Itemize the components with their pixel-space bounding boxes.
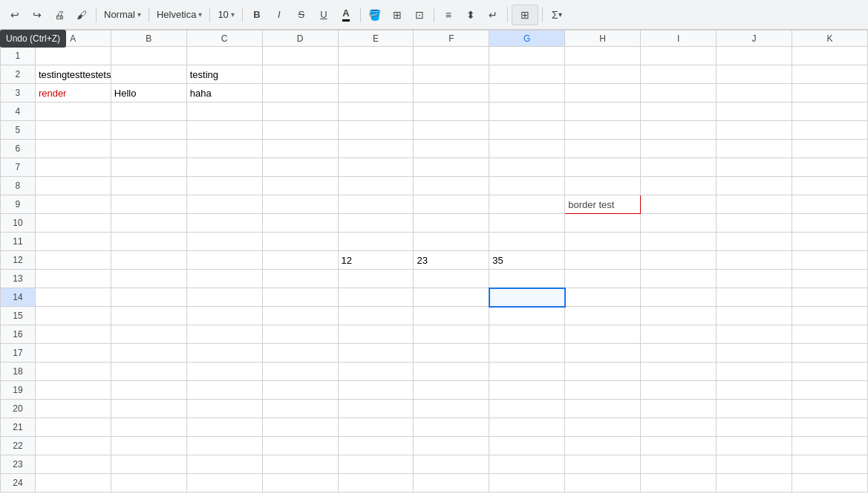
font-size-dropdown[interactable]: 10 ▾ bbox=[214, 7, 238, 22]
cell-A15[interactable] bbox=[35, 307, 111, 325]
cell-C4[interactable] bbox=[186, 103, 262, 121]
cell-A18[interactable] bbox=[35, 363, 111, 381]
cell-G8[interactable] bbox=[489, 177, 565, 195]
cell-J11[interactable] bbox=[717, 233, 792, 251]
cell-F4[interactable] bbox=[414, 103, 489, 121]
cell-I9[interactable] bbox=[641, 195, 717, 214]
cell-E9[interactable] bbox=[338, 195, 414, 214]
cell-H4[interactable] bbox=[565, 103, 641, 121]
cell-F14[interactable] bbox=[414, 288, 489, 307]
cell-H14[interactable] bbox=[565, 288, 641, 307]
cell-K2[interactable] bbox=[792, 65, 867, 84]
cell-F21[interactable] bbox=[414, 418, 489, 437]
col-header-D[interactable]: D bbox=[262, 30, 338, 47]
cell-K1[interactable] bbox=[792, 47, 867, 65]
cell-G13[interactable] bbox=[489, 270, 565, 288]
cell-F8[interactable] bbox=[414, 177, 489, 195]
cell-A10[interactable] bbox=[35, 214, 111, 233]
cell-H10[interactable] bbox=[565, 214, 641, 233]
cell-J18[interactable] bbox=[717, 363, 792, 381]
col-header-G[interactable]: G bbox=[489, 30, 565, 47]
cell-I16[interactable] bbox=[641, 325, 717, 344]
cell-K9[interactable] bbox=[792, 195, 867, 214]
cell-D5[interactable] bbox=[262, 121, 338, 140]
cell-F6[interactable] bbox=[414, 140, 489, 158]
cell-C10[interactable] bbox=[186, 214, 262, 233]
cell-K4[interactable] bbox=[792, 103, 867, 121]
print-button[interactable]: 🖨 bbox=[49, 4, 70, 25]
cell-B9[interactable] bbox=[111, 195, 186, 214]
cell-C13[interactable] bbox=[186, 270, 262, 288]
cell-B14[interactable] bbox=[111, 288, 186, 307]
cell-C1[interactable] bbox=[186, 47, 262, 65]
cell-C2[interactable]: testing bbox=[186, 65, 262, 84]
cell-I8[interactable] bbox=[641, 177, 717, 195]
cell-D23[interactable] bbox=[262, 455, 338, 474]
col-header-I[interactable]: I bbox=[641, 30, 717, 47]
cell-E4[interactable] bbox=[338, 103, 414, 121]
cell-J22[interactable] bbox=[717, 437, 792, 455]
col-header-C[interactable]: C bbox=[186, 30, 262, 47]
row-header-1[interactable]: 1 bbox=[1, 47, 36, 65]
cell-J9[interactable] bbox=[717, 195, 792, 214]
cell-H1[interactable] bbox=[565, 47, 641, 65]
cell-F24[interactable] bbox=[414, 474, 489, 493]
cell-D9[interactable] bbox=[262, 195, 338, 214]
cell-H24[interactable] bbox=[565, 474, 641, 493]
cell-F10[interactable] bbox=[414, 214, 489, 233]
bold-button[interactable]: B bbox=[247, 4, 267, 25]
cell-D12[interactable] bbox=[262, 251, 338, 270]
cell-D16[interactable] bbox=[262, 325, 338, 344]
cell-C23[interactable] bbox=[186, 455, 262, 474]
cell-G12[interactable]: 35 bbox=[489, 251, 565, 270]
cell-K7[interactable] bbox=[792, 158, 867, 177]
cell-F18[interactable] bbox=[414, 363, 489, 381]
row-header-21[interactable]: 21 bbox=[1, 418, 36, 437]
cell-G4[interactable] bbox=[489, 103, 565, 121]
cell-J14[interactable] bbox=[717, 288, 792, 307]
row-header-7[interactable]: 7 bbox=[1, 158, 36, 177]
cell-K3[interactable] bbox=[792, 84, 867, 103]
cell-H7[interactable] bbox=[565, 158, 641, 177]
cell-I6[interactable] bbox=[641, 140, 717, 158]
cell-E2[interactable] bbox=[338, 65, 414, 84]
paint-format-button[interactable]: 🖌 bbox=[71, 4, 92, 25]
cell-G24[interactable] bbox=[489, 474, 565, 493]
col-header-H[interactable]: H bbox=[565, 30, 641, 47]
cell-G16[interactable] bbox=[489, 325, 565, 344]
cell-K15[interactable] bbox=[792, 307, 867, 325]
cell-H2[interactable] bbox=[565, 65, 641, 84]
cell-I21[interactable] bbox=[641, 418, 717, 437]
cell-E5[interactable] bbox=[338, 121, 414, 140]
cell-I10[interactable] bbox=[641, 214, 717, 233]
cell-E23[interactable] bbox=[338, 455, 414, 474]
cell-I15[interactable] bbox=[641, 307, 717, 325]
cell-G11[interactable] bbox=[489, 233, 565, 251]
col-header-A[interactable]: A bbox=[35, 30, 111, 47]
cell-C3[interactable]: haha bbox=[186, 84, 262, 103]
cell-B19[interactable] bbox=[111, 381, 186, 400]
cell-F20[interactable] bbox=[414, 400, 489, 418]
cell-E15[interactable] bbox=[338, 307, 414, 325]
cell-G23[interactable] bbox=[489, 455, 565, 474]
cell-D8[interactable] bbox=[262, 177, 338, 195]
cell-A8[interactable] bbox=[35, 177, 111, 195]
cell-C15[interactable] bbox=[186, 307, 262, 325]
cell-H8[interactable] bbox=[565, 177, 641, 195]
cell-A24[interactable] bbox=[35, 474, 111, 493]
cell-B18[interactable] bbox=[111, 363, 186, 381]
cell-B10[interactable] bbox=[111, 214, 186, 233]
cell-K20[interactable] bbox=[792, 400, 867, 418]
cell-I17[interactable] bbox=[641, 344, 717, 363]
cell-F11[interactable] bbox=[414, 233, 489, 251]
cell-H6[interactable] bbox=[565, 140, 641, 158]
row-header-14[interactable]: 14 bbox=[1, 288, 36, 307]
cell-A22[interactable] bbox=[35, 437, 111, 455]
cell-C9[interactable] bbox=[186, 195, 262, 214]
cell-A1[interactable] bbox=[35, 47, 111, 65]
cell-H19[interactable] bbox=[565, 381, 641, 400]
cell-G19[interactable] bbox=[489, 381, 565, 400]
cell-J10[interactable] bbox=[717, 214, 792, 233]
undo-button[interactable]: ↩ bbox=[4, 4, 25, 25]
cell-E11[interactable] bbox=[338, 233, 414, 251]
